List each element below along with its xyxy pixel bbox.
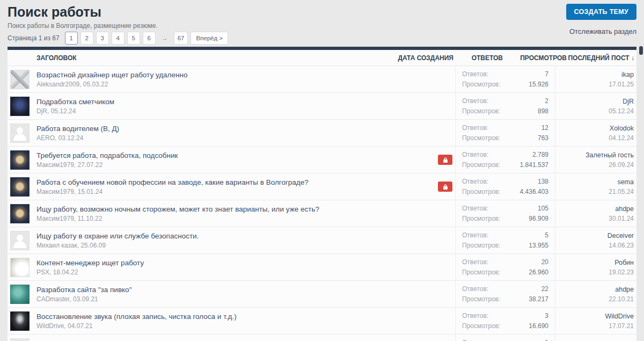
- replies-line: Ответов: 105: [462, 204, 548, 213]
- topic-author-and-date[interactable]: Aleksandr2009, 05.03.22: [36, 81, 451, 88]
- topic-title-link[interactable]: Возрастной дизайнер ищет работу удаленно: [36, 71, 451, 79]
- replies-count: 12: [541, 124, 548, 132]
- last-poster-link[interactable]: Xolodok: [555, 124, 634, 133]
- views-line: Просмотров: 898: [462, 107, 548, 115]
- topic-title-link[interactable]: Контент-менеджер ищет работу: [36, 259, 451, 267]
- column-header-last-post[interactable]: ПОСЛЕДНИЙ ПОСТ ↓: [567, 54, 636, 62]
- views-label: Просмотров:: [462, 322, 500, 330]
- page-button[interactable]: 1: [65, 32, 78, 45]
- topic-avatar[interactable]: [10, 338, 30, 341]
- lock-badge: [438, 182, 452, 192]
- replies-count: 20: [541, 258, 548, 266]
- next-page-button[interactable]: Вперёд >: [191, 32, 228, 45]
- last-poster-link[interactable]: Залетный гость: [555, 151, 634, 159]
- replies-line: Ответов: 5: [462, 231, 548, 240]
- scrollbar-thumb[interactable]: [639, 46, 643, 55]
- topic-row-main: Требуется работа, подработка, подсобник …: [8, 147, 455, 173]
- topic-author-and-date[interactable]: WildDrive, 04.07.21: [36, 322, 451, 330]
- page-button-last[interactable]: 67: [174, 32, 188, 45]
- topic-title-link[interactable]: Работа водителем (В, Д): [36, 125, 451, 133]
- last-poster-link[interactable]: Робин: [555, 258, 634, 267]
- topic-row-main: Разработка сайта "за пивко" CADmaster, 0…: [8, 281, 455, 307]
- topic-author-and-date[interactable]: Максим1979, 15.01.24: [36, 188, 434, 195]
- topic-avatar[interactable]: [10, 177, 30, 197]
- topic-avatar[interactable]: [10, 311, 30, 331]
- topic-title-link[interactable]: Ищу работу, возможно ночным сторожем, мо…: [36, 205, 451, 213]
- topic-row: Работа с обучением новой профессии на за…: [8, 173, 636, 200]
- topic-title-link[interactable]: Восстановление звука (плохая запись, чис…: [36, 313, 451, 321]
- topic-author-and-date[interactable]: CADmaster, 03.09.21: [36, 295, 451, 303]
- topic-last-post: ahdpe 30.01.24: [555, 200, 636, 227]
- last-poster-link[interactable]: sema: [555, 178, 634, 186]
- topic-avatar[interactable]: [10, 285, 30, 304]
- topic-title-link[interactable]: Разработка сайта "за пивко": [36, 286, 451, 294]
- column-header-replies[interactable]: ОТВЕТОВ: [453, 54, 503, 62]
- topic-row-main: Контент-менеджер ищет работу PSX, 18.04.…: [8, 254, 455, 280]
- follow-section-link[interactable]: Отслеживать раздел: [569, 27, 636, 35]
- topic-avatar[interactable]: [10, 150, 30, 170]
- replies-count: 1: [545, 338, 548, 341]
- lock-icon: [442, 157, 449, 163]
- topic-title-link[interactable]: Работа с обучением новой профессии на за…: [36, 178, 434, 186]
- topic-avatar[interactable]: [10, 204, 30, 223]
- topic-stats: Ответов: 22 Просмотров: 38.217: [455, 281, 555, 307]
- topic-avatar[interactable]: [10, 124, 30, 143]
- last-poster-link[interactable]: ikap: [555, 70, 634, 79]
- topic-row: Возрастной дизайнер ищет работу удаленно…: [8, 66, 636, 93]
- topic-author-and-date[interactable]: Максим1979, 11.10.22: [36, 215, 451, 222]
- last-poster-link[interactable]: Deceiver: [555, 231, 634, 240]
- replies-count: 138: [538, 177, 548, 186]
- page-button[interactable]: 2: [80, 32, 93, 45]
- topic-avatar[interactable]: [10, 97, 30, 116]
- topic-author-and-date[interactable]: Максим1979, 27.07.22: [36, 161, 434, 169]
- replies-label: Ответов:: [462, 204, 488, 213]
- topic-author-and-date[interactable]: PSX, 18.04.22: [36, 269, 451, 276]
- views-label: Просмотров:: [462, 107, 500, 115]
- views-label: Просмотров:: [462, 295, 500, 303]
- page-subtitle: Поиск работы в Волгограде, размещение ре…: [8, 22, 636, 30]
- page-button[interactable]: 4: [112, 32, 125, 45]
- replies-label: Ответов:: [462, 150, 488, 159]
- replies-count: 22: [541, 285, 548, 293]
- replies-line: Ответов: 20: [462, 258, 548, 266]
- views-label: Просмотров:: [462, 268, 500, 277]
- replies-label: Ответов:: [462, 311, 488, 320]
- topic-text: Контент-менеджер ищет работу PSX, 18.04.…: [36, 259, 455, 276]
- page-title: Поиск работы: [8, 4, 636, 19]
- topic-avatar[interactable]: [10, 258, 30, 277]
- topic-avatar[interactable]: [10, 70, 30, 89]
- page-button[interactable]: 6: [143, 32, 156, 45]
- topic-author-and-date[interactable]: AERO, 03.12.24: [36, 134, 451, 142]
- pagination-label: Страница 1 из 67: [8, 34, 60, 42]
- topic-title-link[interactable]: Подработка сметчиком: [36, 98, 451, 106]
- last-poster-link[interactable]: ahdpe: [555, 285, 634, 294]
- replies-label: Ответов:: [462, 231, 488, 240]
- topic-row: Ищу работу в охране или службе безопасно…: [8, 227, 636, 254]
- topic-row: Подработка сметчиком DjR, 05.12.24 Ответ…: [8, 93, 636, 120]
- topic-last-post: ahdpe 22.10.21: [555, 281, 636, 307]
- topic-avatar[interactable]: [10, 231, 30, 250]
- last-poster-link[interactable]: DjR: [555, 97, 634, 106]
- column-header-views[interactable]: ПРОСМОТРОВ: [503, 54, 567, 62]
- topic-row: Восстановление звука (плохая запись, чис…: [8, 308, 636, 335]
- page-button[interactable]: 3: [96, 32, 109, 45]
- page-button[interactable]: 5: [127, 32, 140, 45]
- column-header-date-created[interactable]: ДАТА СОЗДАНИЯ: [389, 54, 453, 62]
- last-poster-link[interactable]: ahdpe: [555, 205, 634, 213]
- last-poster-link[interactable]: WildDrive: [555, 312, 634, 321]
- topic-row: Требуется работа, подработка, подсобник …: [8, 147, 636, 173]
- views-count: 96.909: [529, 214, 548, 223]
- topic-row: Разработка сайта "за пивко" CADmaster, 0…: [8, 281, 636, 308]
- topic-author-and-date[interactable]: DjR, 05.12.24: [36, 107, 451, 115]
- topic-title-link[interactable]: Ищу работу в охране или службе безопасно…: [36, 232, 451, 240]
- views-label: Просмотров:: [462, 80, 500, 89]
- create-topic-button[interactable]: СОЗДАТЬ ТЕМУ: [566, 4, 636, 20]
- topic-title-link[interactable]: Требуется работа, подработка, подсобник: [36, 151, 434, 159]
- topic-stats: Ответов: 3 Просмотров: 16.690: [455, 308, 555, 334]
- topic-stats: Ответов: 5 Просмотров: 13.955: [455, 227, 555, 253]
- last-post-date: 17.07.21: [555, 322, 634, 330]
- topic-row: Видеооператор в Волгограде Ответов: 1 Пр…: [8, 335, 636, 341]
- topic-author-and-date[interactable]: Михаил казак, 25.06.09: [36, 242, 451, 249]
- replies-label: Ответов:: [462, 124, 488, 132]
- replies-label: Ответов:: [462, 177, 488, 186]
